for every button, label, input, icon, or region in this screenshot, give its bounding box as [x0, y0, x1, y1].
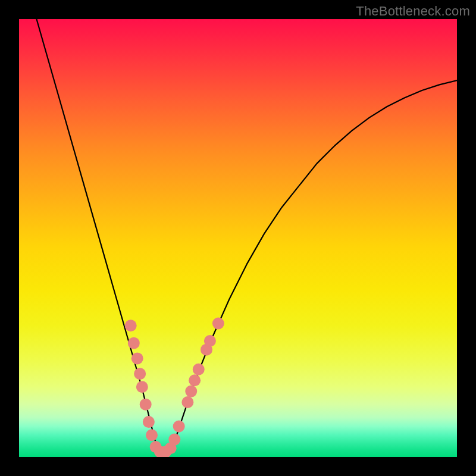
data-marker — [189, 374, 201, 386]
chart-container: TheBottleneck.com — [0, 0, 476, 476]
data-marker — [146, 429, 158, 441]
chart-overlay — [19, 19, 457, 457]
data-marker — [134, 368, 146, 380]
data-marker — [204, 335, 216, 347]
data-marker — [143, 416, 155, 428]
data-marker — [212, 318, 224, 330]
data-marker — [125, 320, 137, 331]
data-marker — [136, 381, 148, 393]
data-marker — [168, 434, 180, 446]
data-marker — [128, 337, 140, 349]
data-marker — [140, 399, 152, 411]
data-marker — [193, 364, 205, 375]
data-marker — [131, 352, 143, 364]
data-markers — [125, 318, 224, 457]
plot-area — [19, 19, 457, 457]
data-marker — [173, 420, 185, 432]
bottleneck-curve — [36, 19, 457, 457]
data-marker — [185, 386, 197, 397]
watermark-text: TheBottleneck.com — [356, 4, 470, 19]
data-marker — [181, 396, 193, 408]
